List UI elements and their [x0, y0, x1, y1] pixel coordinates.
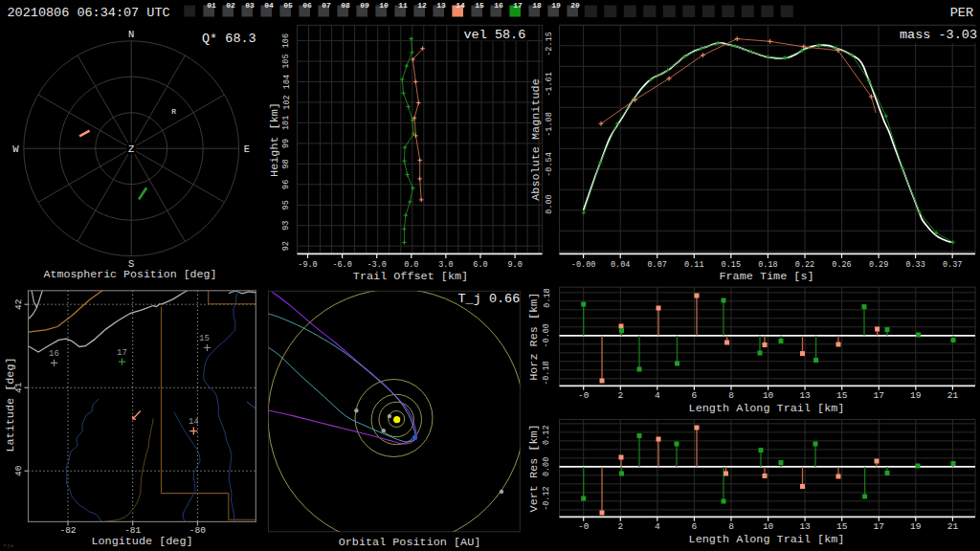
svg-text:10: 10	[763, 521, 774, 532]
svg-text:14: 14	[189, 417, 199, 427]
svg-text:Z: Z	[128, 143, 134, 155]
svg-text:0.18: 0.18	[543, 288, 552, 307]
svg-text:T_j 0.66: T_j 0.66	[458, 292, 521, 306]
svg-text:12: 12	[417, 1, 427, 10]
svg-text:0.22: 0.22	[795, 260, 814, 270]
svg-text:06: 06	[302, 1, 312, 10]
svg-text:Latitude [deg]: Latitude [deg]	[4, 357, 17, 452]
svg-text:102: 102	[282, 95, 292, 109]
svg-text:Atmospheric Position [deg]: Atmospheric Position [deg]	[44, 268, 217, 280]
svg-text:21: 21	[947, 390, 959, 401]
svg-text:Absolute Magnitude: Absolute Magnitude	[529, 78, 543, 200]
svg-text:Horz Res [km]: Horz Res [km]	[528, 293, 542, 381]
svg-text:0.12: 0.12	[543, 425, 552, 444]
svg-text:E: E	[244, 143, 250, 155]
svg-text:-3.0: -3.0	[367, 260, 386, 270]
svg-text:0.37: 0.37	[943, 260, 962, 270]
svg-text:Orbital Position [AU]: Orbital Position [AU]	[339, 536, 481, 549]
svg-text:15: 15	[475, 1, 484, 10]
svg-text:10: 10	[379, 1, 389, 10]
svg-text:6.0: 6.0	[473, 260, 487, 270]
svg-text:04: 04	[264, 1, 274, 10]
svg-text:9.0: 9.0	[507, 260, 522, 270]
svg-text:40: 40	[13, 465, 24, 476]
svg-text:-0.00: -0.00	[543, 323, 552, 348]
svg-text:18: 18	[532, 1, 542, 10]
svg-text:101: 101	[282, 116, 292, 130]
svg-text:8: 8	[728, 521, 734, 532]
svg-text:19: 19	[910, 521, 922, 532]
svg-text:6: 6	[692, 390, 698, 401]
svg-text:Trail Offset [km]: Trail Offset [km]	[353, 270, 468, 283]
svg-text:0.29: 0.29	[869, 260, 888, 270]
svg-text:02: 02	[226, 1, 235, 10]
svg-text:03: 03	[245, 1, 255, 10]
svg-text:-0.18: -0.18	[543, 361, 552, 386]
svg-text:0.15: 0.15	[722, 260, 741, 270]
svg-text:-0: -0	[578, 390, 590, 401]
svg-text:13: 13	[799, 521, 811, 532]
svg-text:0.07: 0.07	[647, 260, 666, 270]
svg-text:R: R	[171, 107, 176, 116]
svg-text:0.26: 0.26	[832, 260, 851, 270]
svg-text:105: 105	[282, 54, 292, 68]
svg-text:2: 2	[617, 390, 623, 401]
svg-text:rjw: rjw	[4, 542, 14, 549]
svg-text:2: 2	[617, 521, 623, 532]
svg-text:106: 106	[282, 33, 292, 48]
svg-text:Vert Res [km]: Vert Res [km]	[528, 424, 542, 512]
svg-text:104: 104	[282, 75, 292, 89]
svg-text:13: 13	[436, 1, 446, 10]
svg-text:19: 19	[910, 390, 922, 401]
svg-text:15: 15	[836, 521, 848, 532]
svg-text:N: N	[128, 29, 134, 40]
svg-text:14: 14	[456, 1, 465, 10]
svg-text:-6.0: -6.0	[332, 260, 351, 270]
svg-text:0.33: 0.33	[905, 260, 924, 270]
svg-text:mass -3.03: mass -3.03	[900, 28, 977, 42]
svg-text:17: 17	[513, 1, 523, 10]
svg-text:13: 13	[799, 390, 811, 401]
svg-text:-1.61: -1.61	[545, 72, 554, 97]
svg-text:-0.00: -0.00	[571, 260, 596, 270]
svg-text:Longitude [deg]: Longitude [deg]	[91, 535, 192, 548]
svg-text:17: 17	[874, 521, 884, 532]
svg-text:15: 15	[836, 390, 848, 401]
svg-text:10: 10	[763, 390, 774, 401]
svg-text:8: 8	[728, 390, 734, 401]
svg-text:Q* 68.3: Q* 68.3	[202, 32, 256, 46]
svg-text:4: 4	[655, 521, 660, 532]
svg-text:0.18: 0.18	[758, 260, 777, 270]
svg-text:99: 99	[282, 139, 292, 148]
svg-text:96: 96	[282, 180, 292, 189]
svg-text:-0.12: -0.12	[543, 486, 552, 511]
svg-text:3.0: 3.0	[438, 260, 453, 270]
svg-text:15: 15	[199, 334, 210, 343]
svg-text:42: 42	[13, 298, 24, 310]
svg-text:09: 09	[360, 1, 369, 10]
svg-text:16: 16	[494, 1, 503, 10]
svg-text:-1.08: -1.08	[545, 112, 554, 137]
svg-text:07: 07	[322, 1, 331, 10]
svg-text:-2.15: -2.15	[545, 32, 554, 56]
svg-text:16: 16	[49, 349, 59, 359]
svg-text:19: 19	[551, 1, 561, 10]
svg-text:4: 4	[655, 390, 660, 401]
svg-text:01: 01	[207, 1, 216, 10]
svg-text:20210806 06:34:07 UTC: 20210806 06:34:07 UTC	[8, 6, 170, 20]
svg-text:21: 21	[947, 521, 959, 532]
svg-text:Frame Time [s]: Frame Time [s]	[719, 270, 813, 283]
svg-text:0.11: 0.11	[684, 260, 703, 270]
svg-text:93: 93	[282, 221, 292, 231]
svg-text:92: 92	[282, 241, 292, 251]
svg-text:-0.54: -0.54	[545, 152, 554, 177]
svg-text:0.00: 0.00	[545, 194, 554, 213]
svg-text:17: 17	[117, 348, 127, 358]
svg-text:08: 08	[341, 1, 350, 10]
svg-text:PER: PER	[950, 6, 973, 20]
svg-text:95: 95	[282, 200, 292, 209]
svg-text:-82: -82	[59, 525, 76, 536]
svg-text:Length Along Trail [km]: Length Along Trail [km]	[689, 533, 845, 546]
svg-text:Length Along Trail [km]: Length Along Trail [km]	[689, 402, 845, 415]
svg-text:Height [km]: Height [km]	[268, 102, 281, 177]
